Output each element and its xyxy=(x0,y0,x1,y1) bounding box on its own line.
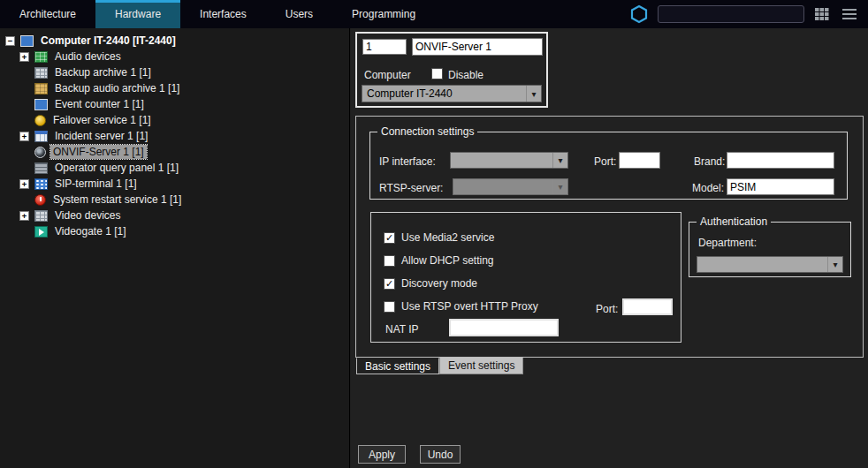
department-select[interactable]: ▾ xyxy=(697,256,843,273)
disable-label: Disable xyxy=(448,69,483,81)
allow-dhcp-checkbox[interactable] xyxy=(384,255,395,267)
use-media2-label: Use Media2 service xyxy=(401,231,494,244)
rtsp-proxy-label: Use RTSP overt HTTP Proxy xyxy=(401,300,538,313)
rtsp-proxy-row: Use RTSP overt HTTP Proxy xyxy=(384,300,538,313)
computer-select[interactable]: Computer IT-2440 ▾ xyxy=(362,85,542,102)
discovery-mode-row: ✓ Discovery mode xyxy=(384,277,477,290)
failover-service-icon xyxy=(34,115,46,126)
tree-item-label: Video devices xyxy=(52,208,124,223)
tree-item-label: Computer IT-2440 [IT-2440] xyxy=(38,34,179,48)
chevron-down-icon: ▾ xyxy=(552,179,567,194)
settings-panel: Computer Disable Computer IT-2440 ▾ Conn… xyxy=(351,28,868,468)
tree-item-incident-server[interactable]: + Incident server 1 [1] xyxy=(0,128,349,144)
topbar-right-cluster xyxy=(628,0,868,28)
tree-item-label: Backup audio archive 1 [1] xyxy=(52,81,182,95)
rtsp-server-label: RTSP-server: xyxy=(379,182,443,194)
computer-label: Computer xyxy=(364,69,411,81)
incident-server-icon xyxy=(34,131,48,142)
tree-item-sip-terminal[interactable]: + SIP-terminal 1 [1] xyxy=(0,176,349,192)
tab-basic-settings[interactable]: Basic settings xyxy=(356,358,439,374)
discovery-mode-label: Discovery mode xyxy=(401,277,477,290)
collapse-icon[interactable]: − xyxy=(5,36,15,46)
nat-ip-label: NAT IP xyxy=(385,323,419,336)
object-name-input[interactable] xyxy=(412,38,543,56)
model-input[interactable] xyxy=(727,178,834,195)
tree-item-label-selected: ONVIF-Server 1 [1] xyxy=(50,145,147,159)
onvif-server-icon xyxy=(34,147,46,158)
brand-label: Brand: xyxy=(694,155,725,168)
tree-item-video-devices[interactable]: + Video devices xyxy=(0,208,349,223)
tree-item-label: SIP-terminal 1 [1] xyxy=(52,177,140,191)
use-media2-checkbox[interactable]: ✓ xyxy=(384,232,395,244)
computer-select-value: Computer IT-2440 xyxy=(362,87,526,100)
tree-item-system-restart-service[interactable]: System restart service 1 [1] xyxy=(0,192,349,208)
undo-button[interactable]: Undo xyxy=(420,445,461,464)
basic-settings-page: Connection settings IP interface: ▾ Port… xyxy=(355,116,864,358)
expand-icon[interactable]: + xyxy=(19,211,29,221)
app-window: Architecture Hardware Interfaces Users P… xyxy=(0,0,868,468)
settings-tabs: Basic settings Event settings xyxy=(356,358,523,374)
chevron-down-icon: ▾ xyxy=(526,86,541,102)
onvif-options-box: ✓ Use Media2 service Allow DHCP setting … xyxy=(370,212,681,343)
tree-item-failover-service[interactable]: Failover service 1 [1] xyxy=(0,112,349,128)
tree-item-operator-query-panel[interactable]: Operator query panel 1 [1] xyxy=(0,160,349,176)
tree-item-backup-audio-archive[interactable]: Backup audio archive 1 [1] xyxy=(0,80,349,96)
object-id-input[interactable] xyxy=(362,39,407,55)
video-devices-icon xyxy=(34,210,48,222)
chevron-down-icon: ▾ xyxy=(827,257,842,272)
rtsp-proxy-checkbox[interactable] xyxy=(384,301,395,313)
allow-dhcp-row: Allow DHCP setting xyxy=(384,254,493,267)
connection-settings-legend: Connection settings xyxy=(377,125,477,138)
tree-item-audio-devices[interactable]: + Audio devices xyxy=(0,49,349,64)
expand-icon[interactable]: + xyxy=(19,179,29,189)
hamburger-menu-icon[interactable] xyxy=(840,4,859,24)
proxy-port-input[interactable] xyxy=(622,298,673,315)
search-input[interactable] xyxy=(658,5,804,23)
authentication-legend: Authentication xyxy=(697,215,771,228)
apply-button[interactable]: Apply xyxy=(358,445,406,464)
use-media2-row: ✓ Use Media2 service xyxy=(384,231,494,244)
disable-checkbox[interactable] xyxy=(431,68,443,79)
tree-item-backup-archive[interactable]: Backup archive 1 [1] xyxy=(0,64,349,80)
sip-terminal-icon xyxy=(34,178,48,190)
menu-architecture[interactable]: Architecture xyxy=(0,0,95,28)
object-identity-box: Computer Disable Computer IT-2440 ▾ xyxy=(355,32,548,108)
tree-item-label: Videogate 1 [1] xyxy=(52,224,129,238)
brand-input[interactable] xyxy=(727,152,834,169)
expand-icon[interactable]: + xyxy=(19,52,29,62)
tree-item-label: System restart service 1 [1] xyxy=(50,192,184,207)
event-counter-icon xyxy=(34,99,48,110)
rtsp-server-select[interactable]: ▾ xyxy=(453,178,568,195)
backup-audio-archive-icon xyxy=(34,83,48,94)
connection-settings-group: Connection settings IP interface: ▾ Port… xyxy=(369,125,848,200)
allow-dhcp-label: Allow DHCP setting xyxy=(401,254,493,267)
menu-users[interactable]: Users xyxy=(266,0,332,28)
department-label: Department: xyxy=(698,237,757,249)
tree-item-label: Backup archive 1 [1] xyxy=(52,65,154,79)
tree-item-videogate[interactable]: Videogate 1 [1] xyxy=(0,223,349,239)
menu-interfaces[interactable]: Interfaces xyxy=(180,0,266,28)
computer-icon xyxy=(20,35,34,47)
expand-icon[interactable]: + xyxy=(19,132,29,141)
port-input[interactable] xyxy=(619,152,660,169)
port-label: Port: xyxy=(594,155,616,168)
tree-item-label: Audio devices xyxy=(52,49,124,64)
model-label: Model: xyxy=(692,182,724,194)
tab-event-settings[interactable]: Event settings xyxy=(439,358,523,374)
tree-item-onvif-server[interactable]: ONVIF-Server 1 [1] xyxy=(0,144,349,160)
ip-interface-select[interactable]: ▾ xyxy=(450,152,568,169)
audio-devices-icon xyxy=(34,51,48,63)
tree-item-computer[interactable]: − Computer IT-2440 [IT-2440] xyxy=(0,33,349,49)
menu-hardware[interactable]: Hardware xyxy=(95,0,180,28)
top-menu-bar: Architecture Hardware Interfaces Users P… xyxy=(0,0,868,28)
device-tree: − Computer IT-2440 [IT-2440] + Audio dev… xyxy=(0,28,350,468)
menu-programming[interactable]: Programming xyxy=(332,0,435,28)
nat-ip-input[interactable] xyxy=(449,319,559,336)
tree-item-label: Failover service 1 [1] xyxy=(50,113,154,127)
discovery-mode-checkbox[interactable]: ✓ xyxy=(384,278,395,290)
layout-grid-icon[interactable] xyxy=(812,4,832,24)
proxy-port-label: Port: xyxy=(596,303,618,315)
videogate-icon xyxy=(34,226,48,238)
tree-item-event-counter[interactable]: Event counter 1 [1] xyxy=(0,96,349,112)
backup-archive-icon xyxy=(34,67,48,79)
